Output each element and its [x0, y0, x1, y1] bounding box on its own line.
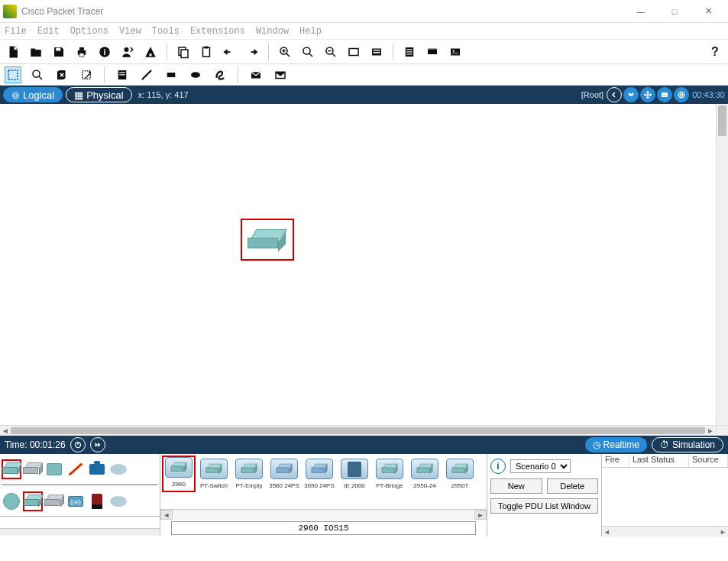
- realtime-tab[interactable]: ◷ Realtime: [585, 437, 647, 452]
- zoom-out-icon[interactable]: [322, 44, 339, 60]
- minimize-button[interactable]: —: [624, 1, 658, 22]
- draw-freeform-icon[interactable]: [212, 66, 228, 83]
- device-switch-selected[interactable]: [241, 219, 294, 261]
- category-connections[interactable]: [66, 459, 86, 479]
- device-item-pt-switch[interactable]: PT-Switch: [197, 459, 231, 492]
- menu-view[interactable]: View: [119, 26, 141, 37]
- drawing-palette-icon[interactable]: [345, 44, 362, 60]
- activity-wizard-icon[interactable]: i: [96, 44, 113, 60]
- category-network-devices[interactable]: [2, 459, 21, 479]
- horizontal-scrollbar[interactable]: ◄►: [0, 425, 716, 436]
- place-note-icon[interactable]: [114, 66, 131, 83]
- zoom-in-icon[interactable]: [277, 44, 293, 60]
- device-picker-scrollbar[interactable]: ◄►: [160, 509, 487, 520]
- resize-tool-icon[interactable]: [78, 66, 95, 83]
- simulation-tab[interactable]: ⏱ Simulation: [652, 437, 723, 452]
- subcategory-routers[interactable]: [2, 491, 21, 511]
- menu-edit[interactable]: Edit: [37, 26, 60, 37]
- new-file-icon[interactable]: [5, 44, 21, 60]
- svg-point-26: [453, 50, 455, 51]
- draw-ellipse-icon[interactable]: [187, 66, 204, 83]
- menu-options[interactable]: Options: [70, 26, 108, 37]
- new-scenario-button[interactable]: New: [490, 478, 542, 494]
- inspect-tool-icon[interactable]: [29, 66, 46, 83]
- close-button[interactable]: ✕: [691, 1, 725, 22]
- subcategory-security[interactable]: [87, 491, 107, 511]
- device-item-3650[interactable]: 3650 24PS: [303, 459, 336, 492]
- subcategory-wireless[interactable]: ((●)): [66, 491, 86, 511]
- device-item-pt-empty[interactable]: PT-Empty: [232, 459, 266, 492]
- undo-icon[interactable]: [221, 44, 238, 60]
- help-icon[interactable]: ?: [707, 44, 723, 60]
- pdu-col-fire[interactable]: Fire: [602, 454, 629, 467]
- add-complex-pdu-icon[interactable]: [272, 66, 289, 83]
- device-category-panel: ((●)): [0, 454, 160, 537]
- workspace-canvas[interactable]: [0, 104, 716, 425]
- draw-rectangle-icon[interactable]: [163, 66, 180, 83]
- menu-help[interactable]: Help: [299, 26, 322, 37]
- physical-label: Physical: [86, 89, 123, 101]
- image-icon[interactable]: [447, 44, 464, 60]
- category-miscellaneous[interactable]: [87, 459, 107, 479]
- viewport-icon[interactable]: [674, 87, 689, 102]
- pdu-col-source[interactable]: Source: [689, 454, 728, 467]
- category-components[interactable]: [44, 459, 64, 479]
- pdu-list-scrollbar[interactable]: ◄►: [602, 526, 728, 537]
- scenario-select[interactable]: Scenario 0: [510, 459, 571, 473]
- category-scrollbar[interactable]: [0, 528, 160, 536]
- svg-rect-20: [406, 49, 413, 50]
- device-template-icon[interactable]: [424, 44, 441, 60]
- fast-forward-icon[interactable]: [90, 437, 105, 452]
- device-item-2960[interactable]: 2960: [162, 456, 196, 492]
- back-button-icon[interactable]: [607, 87, 622, 102]
- paste-icon[interactable]: [198, 44, 215, 60]
- move-button-icon[interactable]: [640, 87, 655, 102]
- svg-rect-33: [167, 73, 176, 77]
- select-tool-icon[interactable]: [5, 66, 21, 83]
- delete-tool-icon[interactable]: [53, 66, 70, 83]
- logical-tab[interactable]: ⊚ Logical: [3, 87, 63, 102]
- zoom-reset-icon[interactable]: [299, 44, 316, 60]
- maximize-button[interactable]: □: [658, 1, 691, 22]
- device-item-pt-bridge[interactable]: PT-Bridge: [373, 459, 406, 492]
- device-item-2950t[interactable]: 2950T: [443, 459, 477, 492]
- window-title: Cisco Packet Tracer: [21, 6, 624, 17]
- toggle-pdu-list-button[interactable]: Toggle PDU List Window: [490, 498, 598, 514]
- root-breadcrumb[interactable]: [Root]: [581, 90, 603, 99]
- set-background-icon[interactable]: [657, 87, 672, 102]
- menu-window[interactable]: Window: [256, 26, 289, 37]
- subcategory-switches[interactable]: [23, 491, 43, 511]
- cluster-button-icon[interactable]: [623, 87, 639, 102]
- info-icon[interactable]: i: [490, 459, 506, 474]
- svg-rect-21: [406, 51, 413, 52]
- power-cycle-icon[interactable]: [70, 437, 86, 452]
- pdu-col-last-status[interactable]: Last Status: [629, 454, 689, 467]
- user-profile-icon[interactable]: [119, 44, 136, 60]
- menu-extensions[interactable]: Extensions: [190, 26, 245, 37]
- custom-devices-icon[interactable]: [368, 44, 385, 60]
- category-end-devices[interactable]: [23, 459, 43, 479]
- network-icon[interactable]: [142, 44, 159, 60]
- open-file-icon[interactable]: [28, 44, 44, 60]
- vertical-scrollbar[interactable]: [716, 104, 728, 425]
- menu-file[interactable]: File: [5, 26, 27, 37]
- draw-line-icon[interactable]: [138, 66, 155, 83]
- subcategory-hubs[interactable]: [44, 491, 64, 511]
- add-simple-pdu-icon[interactable]: [248, 66, 264, 83]
- print-icon[interactable]: [73, 44, 90, 60]
- device-item-2950-24[interactable]: 2950-24: [408, 459, 442, 492]
- device-item-ie2000[interactable]: IE 2000: [338, 459, 371, 492]
- copy-icon[interactable]: [175, 44, 192, 60]
- main-toolbar: i ?: [0, 40, 728, 64]
- device-item-3560[interactable]: 3560 24PS: [267, 459, 301, 492]
- category-multiuser[interactable]: [108, 459, 128, 479]
- redo-icon[interactable]: [244, 44, 260, 60]
- menu-tools[interactable]: Tools: [152, 26, 180, 37]
- physical-tab[interactable]: ▦ Physical: [66, 87, 131, 102]
- subcategory-wan[interactable]: [108, 491, 128, 511]
- time-label: Time: 00:01:26: [5, 439, 66, 450]
- delete-scenario-button[interactable]: Delete: [547, 478, 599, 494]
- save-icon[interactable]: [50, 44, 67, 60]
- list-icon[interactable]: [401, 44, 418, 60]
- bottom-panel: ((●)) 2960 PT-Switch PT-Empty 3560 24PS: [0, 454, 728, 537]
